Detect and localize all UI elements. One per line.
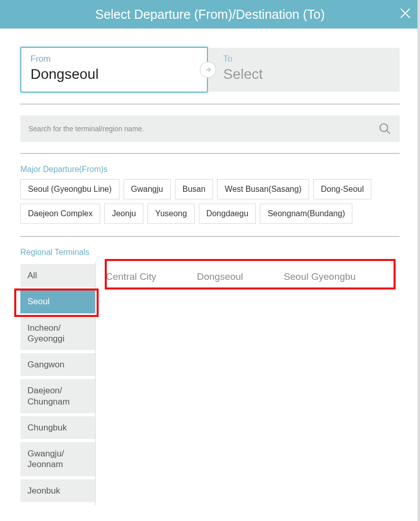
- from-panel[interactable]: From Dongseoul: [20, 47, 208, 93]
- divider: [20, 104, 400, 104]
- scrollbar[interactable]: [417, 0, 420, 521]
- regional-section: All Seoul Incheon/ Gyeonggi Gangwon Daej…: [20, 262, 400, 505]
- svg-point-2: [380, 124, 387, 131]
- to-panel[interactable]: To Select: [208, 48, 400, 92]
- region-list: All Seoul Incheon/ Gyeonggi Gangwon Daej…: [20, 262, 96, 505]
- major-chip[interactable]: Dong-Seoul: [313, 179, 372, 199]
- terminal-item[interactable]: Dongseoul: [197, 271, 243, 282]
- regional-title: Regional Terminals: [20, 248, 400, 257]
- major-chip[interactable]: Jeonju: [104, 204, 143, 224]
- dialog-header: Select Departure (From)/Destination (To): [0, 0, 420, 28]
- terminal-item[interactable]: Seoul Gyeongbu: [284, 271, 356, 282]
- major-chip[interactable]: West Busan(Sasang): [217, 179, 309, 199]
- major-chip[interactable]: Seongnam(Bundang): [260, 204, 352, 224]
- svg-line-3: [386, 130, 390, 134]
- region-item-chungbuk[interactable]: Chungbuk: [20, 416, 95, 439]
- major-chip[interactable]: Dongdaegu: [199, 204, 256, 224]
- arrow-right-icon: [200, 62, 216, 78]
- dialog-title: Select Departure (From)/Destination (To): [95, 7, 325, 22]
- terminal-item[interactable]: Central City: [106, 271, 156, 282]
- close-icon[interactable]: [400, 8, 411, 21]
- major-chip[interactable]: Yuseong: [147, 204, 194, 224]
- terminal-list: Central City Dongseoul Seoul Gyeongbu: [96, 262, 400, 505]
- search-icon[interactable]: [378, 122, 392, 135]
- major-chip[interactable]: Gwangju: [124, 179, 171, 199]
- to-value: Select: [223, 66, 391, 82]
- region-item-daejeon[interactable]: Daejeon/ Chungnam: [20, 379, 95, 413]
- divider: [20, 236, 400, 237]
- major-chip[interactable]: Busan: [175, 179, 213, 199]
- from-value: Dongseoul: [31, 66, 198, 82]
- major-chip[interactable]: Daejeon Complex: [20, 204, 100, 224]
- region-item-seoul[interactable]: Seoul: [20, 290, 95, 313]
- major-chip[interactable]: Seoul (Gyeongbu Line): [20, 179, 119, 199]
- region-item-jeonbuk[interactable]: Jeonbuk: [20, 479, 95, 502]
- region-item-gangwon[interactable]: Gangwon: [20, 353, 95, 376]
- search-input[interactable]: [28, 125, 378, 133]
- from-label: From: [31, 54, 198, 64]
- divider: [20, 153, 400, 154]
- major-chip-row: Seoul (Gyeongbu Line) Gwangju Busan West…: [20, 179, 400, 224]
- search-box[interactable]: [20, 115, 400, 142]
- major-title: Major Departure(From)s: [20, 165, 400, 174]
- region-item-incheon[interactable]: Incheon/ Gyeonggi: [20, 316, 95, 351]
- to-label: To: [223, 54, 391, 64]
- region-item-all[interactable]: All: [20, 264, 95, 287]
- region-item-gwangju[interactable]: Gwangju/ Jeonnam: [20, 442, 95, 476]
